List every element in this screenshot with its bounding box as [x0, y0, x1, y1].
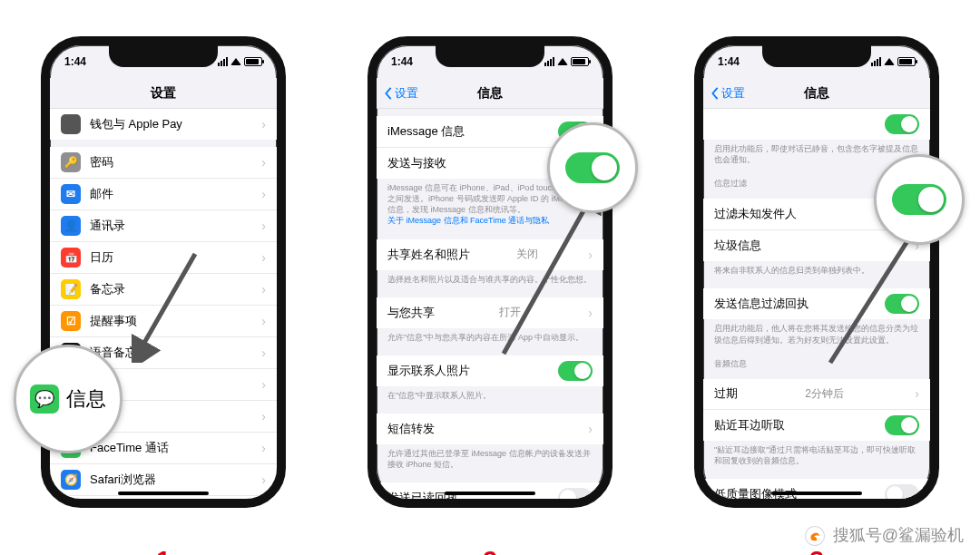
- battery-icon: [244, 57, 262, 66]
- step-number: 1: [156, 546, 171, 555]
- share-name-photo-row[interactable]: 共享姓名和照片 关闭 ›: [377, 239, 603, 270]
- home-indicator[interactable]: [445, 492, 535, 495]
- row-label: 提醒事项: [90, 313, 137, 329]
- toggle-on-icon: [565, 152, 620, 183]
- watermark: 搜狐号@鲨漏验机: [805, 524, 964, 546]
- row-label: 钱包与 Apple Pay: [90, 116, 182, 132]
- nav-bar: 设置 信息: [377, 78, 603, 109]
- step-number: 3: [809, 546, 824, 555]
- chevron-right-icon: ›: [261, 409, 266, 424]
- nav-bar: 设置: [50, 78, 277, 109]
- notch: [762, 45, 871, 67]
- row-label: 密码: [90, 154, 113, 170]
- chevron-right-icon: ›: [261, 282, 266, 297]
- chevron-right-icon: ›: [588, 248, 593, 262]
- home-indicator[interactable]: [118, 492, 209, 495]
- sms-note: 允许通过其他已登录至 iMessage 信息帐户的设备发送并接收 iPhone …: [377, 444, 603, 475]
- phone-frame-2: 1:44 设置 信息 iMessage 信息: [368, 36, 612, 508]
- app-icon: 📝: [61, 279, 81, 299]
- read-filter-toggle[interactable]: [885, 294, 919, 314]
- raise-to-listen-row[interactable]: 贴近耳边听取: [703, 410, 930, 441]
- row-label: 备忘录: [90, 281, 125, 297]
- chevron-left-icon: [710, 87, 720, 100]
- app-icon: [61, 114, 81, 134]
- battery-icon: [897, 57, 916, 66]
- sms-forward-row[interactable]: 短信转发 ›: [377, 414, 603, 444]
- shared-note: 允许"信息"中与您共享的内容在所选 App 中自动显示。: [377, 328, 603, 348]
- audio-header: 音频信息: [703, 351, 930, 372]
- row-label: FaceTime 通话: [90, 440, 169, 456]
- nav-bar: 设置 信息: [703, 78, 930, 109]
- app-icon: ☑: [61, 311, 81, 331]
- imessage-privacy-link[interactable]: 关于 iMessage 信息和 FaceTime 通话与隐私: [387, 216, 549, 225]
- contact-note: 在"信息"中显示联系人照片。: [377, 386, 603, 406]
- show-contact-toggle[interactable]: [558, 361, 593, 381]
- nav-title: 设置: [151, 85, 176, 102]
- settings-row[interactable]: ☑ 提醒事项 ›: [50, 306, 277, 337]
- notch: [436, 45, 544, 67]
- chevron-right-icon: ›: [261, 314, 266, 328]
- mention-toggle[interactable]: [885, 114, 919, 134]
- chevron-right-icon: ›: [261, 155, 266, 170]
- app-icon: 📅: [61, 248, 81, 268]
- row-label: 日历: [90, 249, 113, 266]
- expiry-row[interactable]: 过期 2分钟后 ›: [703, 379, 930, 410]
- read-filter-row[interactable]: 发送信息过滤回执: [703, 288, 930, 319]
- settings-row[interactable]: 👤 通讯录 ›: [50, 210, 277, 242]
- chevron-right-icon: ›: [261, 377, 266, 392]
- nav-title: 信息: [477, 85, 503, 102]
- chevron-right-icon: ›: [915, 386, 919, 401]
- settings-row[interactable]: 🔑 密码 ›: [50, 147, 277, 179]
- app-icon: 🧭: [61, 470, 81, 490]
- step-2-slot: 1:44 设置 信息 iMessage 信息: [368, 36, 612, 508]
- status-time: 1:44: [64, 55, 86, 68]
- mention-row[interactable]: [703, 109, 930, 140]
- wifi-icon: [230, 58, 241, 65]
- signal-icon: [544, 57, 554, 66]
- magnify-label: 信息: [66, 385, 106, 413]
- app-icon: ✉: [61, 184, 81, 204]
- nav-title: 信息: [804, 85, 829, 102]
- status-time: 1:44: [391, 55, 413, 68]
- chevron-left-icon: [384, 87, 393, 100]
- magnify-imessage-toggle: [547, 122, 638, 213]
- settings-row[interactable]: ✉ 邮件 ›: [50, 179, 277, 210]
- read-receipt-toggle[interactable]: [558, 488, 593, 499]
- toggle-on-icon: [892, 184, 946, 215]
- magnify-messages: 💬 信息: [14, 345, 122, 453]
- signal-icon: [218, 57, 228, 66]
- row-label: 邮件: [90, 186, 113, 202]
- back-button[interactable]: 设置: [384, 85, 418, 102]
- step-3-slot: 1:44 设置 信息 启用: [694, 36, 939, 508]
- raise-note: "贴近耳边接取"通过只需将电话贴至耳边，即可快速听取和回复收到的音频信息。: [703, 441, 930, 472]
- settings-row[interactable]: 钱包与 Apple Pay ›: [50, 109, 277, 140]
- read-note: 启用此功能后，他人将在您将其发送给您的信息分类为垃圾信息后得到通知。若为好友则无…: [703, 319, 930, 350]
- shared-with-you-row[interactable]: 与您共享 打开 ›: [377, 297, 603, 328]
- sohu-logo-icon: [805, 526, 825, 546]
- app-icon: 👤: [61, 216, 81, 236]
- chevron-right-icon: ›: [588, 306, 593, 320]
- share-note: 选择姓名和照片以及适合与谁共享的内容。个性化您想。: [377, 270, 603, 290]
- row-label: Safari浏览器: [90, 472, 156, 488]
- raise-toggle[interactable]: [885, 415, 919, 435]
- chevron-right-icon: ›: [261, 187, 266, 201]
- chevron-right-icon: ›: [261, 472, 266, 487]
- chevron-right-icon: ›: [261, 346, 266, 360]
- settings-row[interactable]: 📝 备忘录 ›: [50, 274, 277, 306]
- home-indicator[interactable]: [771, 492, 862, 495]
- battery-icon: [571, 57, 589, 66]
- junk-note: 将来自非联系人的信息归类到单独列表中。: [703, 261, 930, 281]
- settings-row[interactable]: 📅 日历 ›: [50, 242, 277, 274]
- chevron-right-icon: ›: [261, 441, 266, 455]
- low-quality-toggle[interactable]: [885, 484, 919, 499]
- messages-app-icon: 💬: [30, 385, 59, 414]
- wifi-icon: [884, 58, 895, 65]
- notch: [109, 45, 218, 67]
- back-button[interactable]: 设置: [710, 85, 745, 102]
- magnify-filter-toggle: [874, 154, 965, 245]
- show-contact-photo-row[interactable]: 显示联系人照片: [377, 355, 603, 386]
- low-quality-row[interactable]: 低质量图像模式: [703, 479, 930, 499]
- app-icon: 🔑: [61, 152, 81, 172]
- settings-row[interactable]: 📈 股市 ›: [50, 496, 277, 499]
- phone-frame-3: 1:44 设置 信息 启用: [694, 36, 939, 508]
